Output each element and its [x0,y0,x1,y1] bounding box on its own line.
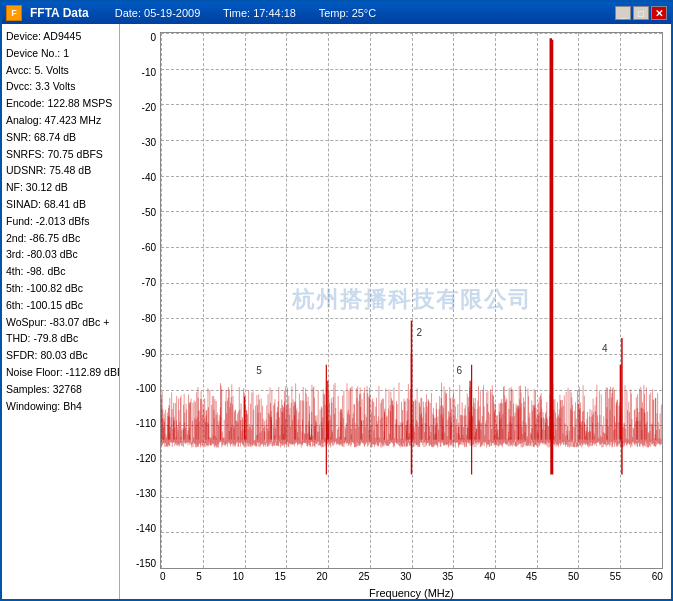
y-label: -120 [136,453,156,464]
list-item: SFDR: 80.03 dBc [4,347,117,364]
list-item: Samples: 32768 [4,381,117,398]
x-label: 25 [358,571,369,582]
list-item: UDSNR: 75.48 dB [4,162,117,179]
list-item: SNR: 68.74 dB [4,129,117,146]
spectrum-plot [161,33,662,568]
list-item: 6th: -100.15 dBc [4,297,117,314]
toolbar-temp: Temp: 25°C [319,7,377,19]
list-item: Windowing: Bh4 [4,398,117,415]
list-item: Dvcc: 3.3 Volts [4,78,117,95]
list-item: SNRFS: 70.75 dBFS [4,146,117,163]
x-label: 15 [275,571,286,582]
x-label: 20 [317,571,328,582]
y-label: -60 [142,242,156,253]
y-label: -50 [142,207,156,218]
y-label: -10 [142,67,156,78]
y-axis: 0 -10 -20 -30 -40 -50 -60 -70 -80 -90 -1… [120,32,160,569]
list-item: Device: AD9445 [4,28,117,45]
chart-container: 0 -10 -20 -30 -40 -50 -60 -70 -80 -90 -1… [120,24,671,599]
sidebar: Device: AD9445 Device No.: 1 Avcc: 5. Vo… [2,24,120,599]
x-label: 35 [442,571,453,582]
list-item: 5th: -100.82 dBc [4,280,117,297]
toolbar-date: Date: 05-19-2009 [115,7,201,19]
list-item: Fund: -2.013 dBfs [4,213,117,230]
x-label: 45 [526,571,537,582]
list-item: 2nd: -86.75 dBc [4,230,117,247]
x-label: 10 [233,571,244,582]
list-item: Noise Floor: -112.89 dBFS [4,364,117,381]
toolbar-time: Time: 17:44:18 [223,7,296,19]
x-label: 0 [160,571,166,582]
main-window: F FFTA Data Date: 05-19-2009 Time: 17:44… [0,0,673,601]
x-label: 30 [400,571,411,582]
x-label: 50 [568,571,579,582]
title-bar: F FFTA Data Date: 05-19-2009 Time: 17:44… [2,2,671,24]
y-label: -70 [142,277,156,288]
x-label: 5 [196,571,202,582]
list-item: Avcc: 5. Volts [4,62,117,79]
y-label: -130 [136,488,156,499]
y-label: -20 [142,102,156,113]
close-button[interactable]: ✕ [651,6,667,20]
y-label: -90 [142,348,156,359]
y-label: -150 [136,558,156,569]
list-item: THD: -79.8 dBc [4,330,117,347]
y-label: -140 [136,523,156,534]
list-item: SINAD: 68.41 dB [4,196,117,213]
y-label: -100 [136,383,156,394]
x-label: 40 [484,571,495,582]
y-label: -80 [142,313,156,324]
list-item: Encode: 122.88 MSPS [4,95,117,112]
list-item: 3rd: -80.03 dBc [4,246,117,263]
x-axis: 0 5 10 15 20 25 30 35 40 45 50 55 60 Fre… [160,569,663,599]
x-label: 60 [652,571,663,582]
app-icon: F [6,5,22,21]
window-title: FFTA Data [30,6,89,20]
list-item: WoSpur: -83.07 dBc + [4,314,117,331]
list-item: 4th: -98. dBc [4,263,117,280]
list-item: Analog: 47.423 MHz [4,112,117,129]
x-axis-title: Frequency (MHz) [160,587,663,599]
list-item: NF: 30.12 dB [4,179,117,196]
chart-area: 0 -10 -20 -30 -40 -50 -60 -70 -80 -90 -1… [120,24,671,599]
x-label: 55 [610,571,621,582]
minimize-button[interactable]: _ [615,6,631,20]
y-label: -110 [136,418,156,429]
plot-area: 杭州搭播科技有限公司 5 2 6 4 [160,32,663,569]
list-item: Device No.: 1 [4,45,117,62]
y-label: 0 [150,32,156,43]
y-label: -30 [142,137,156,148]
y-label: -40 [142,172,156,183]
maximize-button[interactable]: □ [633,6,649,20]
main-content: Device: AD9445 Device No.: 1 Avcc: 5. Vo… [2,24,671,599]
